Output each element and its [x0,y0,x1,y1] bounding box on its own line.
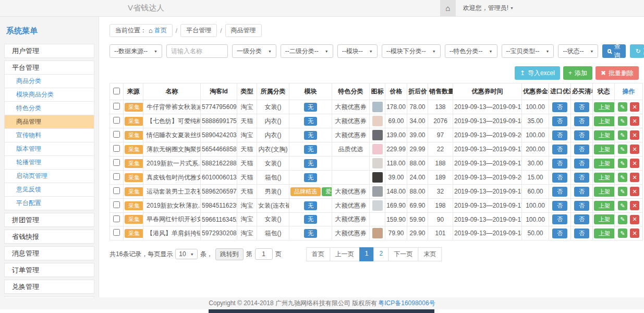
sidebar-item[interactable]: 意见反馈 [4,183,94,197]
status-button[interactable]: 上架 [594,228,615,238]
user-menu[interactable]: 欢迎您，管理员! ▼ [463,4,514,13]
row-checkbox[interactable] [113,201,120,208]
pagination-item[interactable]: 末页 [418,247,442,261]
delete-button[interactable]: ✕ [630,228,639,238]
pagination-item[interactable]: 2 [374,247,389,261]
import-select-toggle[interactable]: 否 [552,130,567,140]
must-buy-toggle[interactable]: 否 [574,201,589,211]
delete-button[interactable]: ✕ [630,159,639,168]
import-excel-button[interactable]: ↥ 导入excel [515,66,560,80]
sidebar-item[interactable]: 商品分类 [4,74,94,88]
edit-button[interactable]: ✎ [618,173,627,182]
row-checkbox[interactable] [113,229,120,236]
edit-button[interactable]: ✎ [618,187,627,196]
sidebar-item[interactable]: 特色分类 [4,101,94,115]
filter-select[interactable]: --宝贝类型-- ▼ [502,44,554,58]
must-buy-toggle[interactable]: 否 [574,214,589,224]
import-select-toggle[interactable]: 否 [552,102,567,112]
filter-select[interactable]: --模块-- ▼ [337,44,378,58]
pagination-item[interactable]: 1 [359,247,374,261]
home-button[interactable]: ⌂ [440,0,456,16]
pagination-item[interactable]: 首页 [306,247,330,261]
row-checkbox[interactable] [113,173,120,180]
filter-select[interactable]: --状态-- ▼ [558,44,598,58]
sidebar-item[interactable]: 兑换管理 [4,280,94,294]
edit-button[interactable]: ✎ [618,159,627,168]
import-select-toggle[interactable]: 否 [552,116,567,126]
import-select-toggle[interactable]: 否 [552,214,567,224]
row-checkbox[interactable] [113,145,120,152]
delete-button[interactable]: ✕ [630,173,639,182]
status-button[interactable]: 上架 [594,159,615,168]
must-buy-toggle[interactable]: 否 [574,130,589,140]
filter-select[interactable]: --特色分类-- ▼ [445,44,497,58]
sidebar-item[interactable]: 模块商品分类 [4,88,94,102]
delete-button[interactable]: ✕ [630,187,639,196]
status-button[interactable]: 上架 [594,214,615,224]
sidebar-item[interactable]: 消息管理 [4,246,94,260]
sidebar-item[interactable]: 启动页管理 [4,169,94,183]
status-button[interactable]: 上架 [594,116,615,126]
row-checkbox[interactable] [113,187,120,194]
name-search-input[interactable] [166,44,228,58]
import-select-toggle[interactable]: 否 [552,228,567,238]
status-button[interactable]: 上架 [594,173,615,183]
row-checkbox[interactable] [113,159,120,166]
must-buy-toggle[interactable]: 否 [574,159,589,168]
edit-button[interactable]: ✎ [618,102,627,112]
batch-delete-button[interactable]: ✖ 批量删除 [596,66,639,80]
edit-button[interactable]: ✎ [618,116,627,126]
edit-button[interactable]: ✎ [618,228,627,238]
data-source-select[interactable]: --数据来源-- ▼ [110,44,162,58]
sidebar-item[interactable]: 轮播管理 [4,155,94,170]
sidebar-item[interactable]: 订单管理 [4,263,94,277]
per-page-select[interactable]: 10 ▼ [175,249,197,259]
row-checkbox[interactable] [113,215,120,222]
import-select-toggle[interactable]: 否 [552,187,567,197]
import-select-toggle[interactable]: 否 [552,159,567,168]
row-checkbox[interactable] [113,117,120,124]
select-all-checkbox[interactable] [113,88,120,94]
sidebar-item[interactable]: 宣传物料 [4,128,94,142]
row-checkbox[interactable] [113,131,120,138]
home-link[interactable]: ⌂ 首页 [149,26,167,35]
edit-button[interactable]: ✎ [618,145,627,154]
sidebar-item[interactable]: 用户管理 [4,44,94,58]
jump-button[interactable]: 跳转到 [215,248,244,260]
import-select-toggle[interactable]: 否 [552,201,567,211]
filter-select[interactable]: --二级分类-- ▼ [281,44,333,58]
reset-button[interactable]: ↻ 重置 [630,44,644,58]
pagination-item[interactable]: 下一页 [388,247,418,261]
delete-button[interactable]: ✕ [630,102,639,112]
import-select-toggle[interactable]: 否 [552,173,567,183]
sidebar-item[interactable]: 省钱快报 [4,230,94,244]
status-button[interactable]: 上架 [594,130,615,140]
must-buy-toggle[interactable]: 否 [574,228,589,238]
edit-button[interactable]: ✎ [618,201,627,210]
delete-button[interactable]: ✕ [630,145,639,154]
icp-link[interactable]: 粤ICP备16098006号 [378,299,435,308]
status-button[interactable]: 上架 [594,187,615,197]
edit-button[interactable]: ✎ [618,130,627,140]
must-buy-toggle[interactable]: 否 [574,102,589,112]
sidebar-item[interactable]: 版本管理 [4,142,94,156]
sidebar-item[interactable]: 平台管理 [4,61,94,75]
sidebar-item[interactable]: 商品管理 [4,115,94,129]
must-buy-toggle[interactable]: 否 [574,116,589,126]
status-button[interactable]: 上架 [594,145,615,154]
filter-select[interactable]: 一级分类 ▼ [232,44,276,58]
row-checkbox[interactable] [113,103,120,110]
must-buy-toggle[interactable]: 否 [574,187,589,197]
delete-button[interactable]: ✕ [630,130,639,140]
filter-select[interactable]: --模块下分类-- ▼ [382,44,441,58]
status-button[interactable]: 上架 [594,102,615,112]
import-select-toggle[interactable]: 否 [552,145,567,154]
page-number-input[interactable] [255,248,273,260]
delete-button[interactable]: ✕ [630,116,639,126]
delete-button[interactable]: ✕ [630,215,639,224]
pagination-item[interactable]: 上一页 [330,247,360,261]
delete-button[interactable]: ✕ [630,201,639,210]
add-button[interactable]: + 添加 [563,66,592,80]
must-buy-toggle[interactable]: 否 [574,145,589,154]
sidebar-item[interactable]: 平台配置 [4,196,94,210]
